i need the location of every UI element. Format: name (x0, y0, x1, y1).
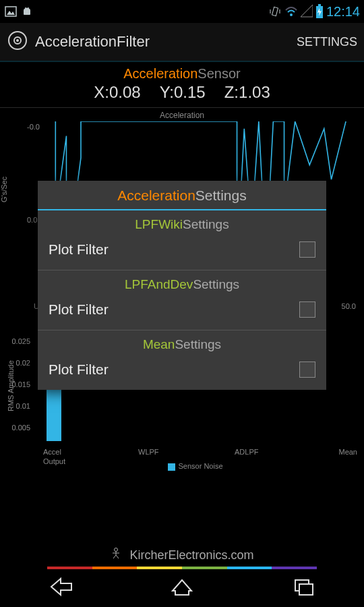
svg-point-8 (290, 13, 293, 16)
app-title: AccelerationFilter (35, 33, 297, 51)
back-button[interactable] (47, 576, 74, 600)
section-heading-lpfwiki: LPFWikiSettings (38, 210, 326, 232)
action-bar: AccelerationFilter SETTINGS (0, 23, 364, 62)
settings-button[interactable]: SETTINGS (297, 35, 357, 49)
android-icon (20, 5, 34, 18)
sensor-z: Z:1.03 (224, 83, 270, 102)
svg-rect-5 (272, 7, 278, 16)
bar-ytick: 0.015 (7, 380, 30, 388)
section-heading-mean: MeanSettings (38, 330, 326, 352)
sensor-readout: AccelerationSensor X:0.08 Y:0.15 Z:1.03 (0, 62, 364, 107)
svg-line-19 (113, 555, 116, 558)
svg-point-15 (16, 39, 19, 42)
sensor-title-dim: Sensor (198, 66, 240, 81)
status-bar: 12:14 (0, 0, 364, 23)
bar-cat: WLPF (138, 448, 159, 456)
footer-brand: KircherElectronics.com (0, 547, 364, 562)
plot-filter-label: Plot Filter (49, 362, 299, 378)
line-chart-ylabel: G's/Sec (0, 177, 8, 202)
section-heading-lpfanddev: LPFAndDevSettings (38, 270, 326, 292)
svg-rect-11 (318, 4, 321, 6)
svg-rect-22 (299, 584, 313, 595)
plot-filter-row-lpfwiki[interactable]: Plot Filter (38, 232, 326, 270)
svg-marker-9 (301, 5, 313, 17)
bar-ytick: 0.01 (7, 402, 30, 410)
battery-icon (315, 4, 324, 19)
recents-button[interactable] (290, 576, 317, 600)
sensor-x: X:0.08 (94, 83, 140, 102)
line-chart-title: Acceleration (0, 111, 364, 120)
picture-icon (4, 5, 18, 18)
plot-filter-checkbox[interactable] (299, 241, 315, 258)
bar-ytick: 0.02 (7, 359, 30, 367)
bar-cat: Accel (43, 448, 61, 456)
bar-ytick: 0.005 (7, 424, 30, 432)
sensor-title-accent: Acceleration (123, 66, 198, 81)
status-clock: 12:14 (326, 4, 360, 20)
person-icon (110, 548, 125, 562)
bar-ytick: 0.025 (7, 337, 30, 345)
app-icon (7, 30, 28, 54)
svg-marker-1 (7, 11, 15, 15)
svg-point-16 (115, 548, 118, 552)
plot-filter-label: Plot Filter (49, 301, 299, 318)
sensor-y: Y:0.15 (160, 83, 206, 102)
svg-rect-2 (24, 9, 30, 15)
settings-dialog: AccelerationSettings LPFWikiSettings Plo… (38, 181, 326, 390)
plot-filter-checkbox[interactable] (299, 301, 315, 318)
home-button[interactable] (169, 576, 195, 600)
signal-icon (301, 5, 313, 18)
wifi-icon (284, 5, 298, 18)
bar-cat: Mean (338, 448, 357, 456)
svg-line-20 (116, 555, 119, 558)
plot-filter-checkbox[interactable] (299, 362, 315, 378)
bar-legend: Sensor Noise (34, 462, 357, 471)
bar-cat: ADLPF (235, 448, 258, 456)
nav-bar (0, 569, 364, 607)
plot-filter-row-mean[interactable]: Plot Filter (38, 352, 326, 390)
dialog-title: AccelerationSettings (38, 181, 326, 210)
plot-filter-label: Plot Filter (49, 241, 299, 258)
vibrate-icon (268, 5, 282, 18)
plot-filter-row-lpfanddev[interactable]: Plot Filter (38, 292, 326, 330)
